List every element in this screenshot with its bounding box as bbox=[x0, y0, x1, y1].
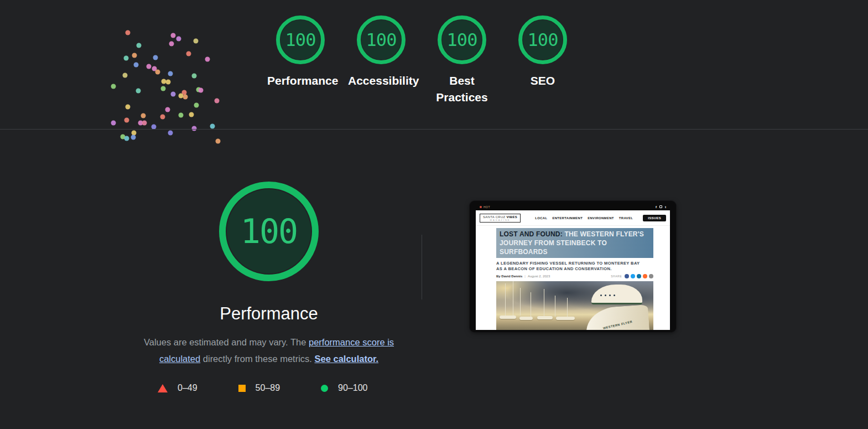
boat-hull bbox=[556, 317, 575, 320]
legend-item-pass: 90–100 bbox=[321, 383, 367, 393]
summary-gauge-performance[interactable]: 100 Performance bbox=[260, 15, 341, 106]
confetti-dot bbox=[123, 73, 128, 78]
share-label: SHARE bbox=[611, 275, 622, 278]
share-icons: SHARE bbox=[611, 274, 653, 278]
mast-line bbox=[567, 298, 568, 317]
social-icons: f t bbox=[656, 205, 666, 209]
confetti-dot bbox=[121, 135, 126, 139]
mast-line bbox=[544, 289, 544, 317]
boat-hull bbox=[519, 317, 533, 320]
linkedin-share-icon bbox=[637, 274, 641, 278]
legend-range: 0–49 bbox=[178, 383, 197, 393]
lighthouse-report-page: 100 Performance 100 Accessibility 100 Be… bbox=[0, 0, 868, 429]
confetti-dot bbox=[196, 87, 201, 92]
western-flyer-boat: WESTERN FLYER bbox=[580, 285, 650, 330]
performance-score-value: 100 bbox=[241, 212, 297, 251]
confetti-dot bbox=[216, 139, 221, 144]
score-ring: 100 bbox=[357, 15, 406, 64]
confetti-dot bbox=[186, 51, 191, 56]
confetti-dot bbox=[124, 56, 129, 61]
logo-text: SANTA CRUZ bbox=[483, 215, 507, 219]
logo-line1: SANTA CRUZ VIBES bbox=[483, 215, 517, 219]
summary-gauge-seo[interactable]: 100 SEO bbox=[502, 15, 583, 106]
confetti-dot bbox=[205, 57, 210, 62]
performance-gauge-large: 100 bbox=[219, 182, 319, 281]
fail-triangle-icon bbox=[158, 384, 168, 392]
score-value: 100 bbox=[366, 29, 397, 50]
boat-hull bbox=[500, 316, 516, 319]
confetti-dot bbox=[138, 121, 143, 126]
category-label: SEO bbox=[531, 73, 555, 89]
site-nav: LOCAL ENTERTAINMENT ENVIRONMENT TRAVEL I… bbox=[535, 215, 666, 221]
confetti-dot bbox=[199, 88, 204, 93]
boat-name-text: WESTERN FLYER bbox=[602, 319, 632, 329]
score-legend: 0–49 50–89 90–100 bbox=[158, 383, 367, 393]
confetti-dot bbox=[168, 71, 173, 76]
confetti-dot bbox=[111, 84, 116, 89]
nav-item-entertainment: ENTERTAINMENT bbox=[552, 216, 583, 220]
confetti-dot bbox=[179, 113, 184, 118]
twitter-icon: t bbox=[665, 205, 666, 209]
legend-range: 50–89 bbox=[256, 383, 280, 393]
hot-dot-icon bbox=[480, 206, 482, 208]
confetti-dot bbox=[194, 103, 199, 108]
screenshot-screen: HOT f t SANTA CRUZ VIBES MAGAZINE LOCAL … bbox=[476, 203, 670, 330]
confetti-dot bbox=[124, 118, 129, 123]
confetti-dot bbox=[192, 74, 197, 79]
mast-line bbox=[505, 283, 506, 316]
confetti-dot bbox=[166, 80, 171, 85]
vertical-divider bbox=[422, 235, 422, 299]
nav-item-travel: TRAVEL bbox=[619, 216, 633, 220]
boat-windows bbox=[600, 294, 615, 296]
see-calculator-link[interactable]: See calculator. bbox=[315, 354, 379, 364]
legend-range: 90–100 bbox=[338, 383, 367, 393]
byline-separator: | bbox=[524, 275, 526, 278]
confetti-dot bbox=[132, 53, 137, 58]
confetti-dot bbox=[182, 90, 187, 95]
hot-label: HOT bbox=[484, 205, 490, 209]
confetti-dot bbox=[152, 66, 157, 71]
confetti-dot bbox=[210, 124, 215, 129]
legend-item-fail: 0–49 bbox=[158, 383, 197, 393]
summary-gauge-accessibility[interactable]: 100 Accessibility bbox=[341, 15, 422, 106]
screenshot-site-header: SANTA CRUZ VIBES MAGAZINE LOCAL ENTERTAI… bbox=[476, 210, 670, 226]
confetti-dot bbox=[215, 99, 220, 104]
legend-item-average: 50–89 bbox=[238, 383, 280, 393]
issues-button: ISSUES bbox=[643, 215, 666, 221]
confetti-dot bbox=[165, 107, 170, 112]
mast-line bbox=[513, 281, 513, 317]
confetti-dot bbox=[169, 42, 174, 46]
article-headline: LOST AND FOUND: THE WESTERN FLYER'S JOUR… bbox=[496, 228, 653, 258]
average-square-icon bbox=[238, 385, 246, 392]
score-ring: 100 bbox=[438, 15, 486, 64]
score-value: 100 bbox=[285, 29, 316, 50]
confetti-dot bbox=[162, 79, 167, 84]
category-label: Best Practices bbox=[429, 73, 495, 106]
article-byline: By David Dennis | August 2, 2023 SHARE bbox=[496, 274, 653, 278]
confetti-dot bbox=[142, 121, 147, 126]
mast-line bbox=[531, 292, 531, 317]
confetti-dot bbox=[171, 33, 176, 38]
confetti-dot bbox=[111, 121, 116, 126]
logo-line2: MAGAZINE bbox=[483, 219, 517, 221]
confetti-dot bbox=[153, 55, 158, 60]
reddit-share-icon bbox=[643, 274, 647, 278]
confetti-dot bbox=[176, 37, 181, 42]
confetti-dot bbox=[168, 131, 173, 136]
score-value: 100 bbox=[447, 29, 477, 50]
screenshot-utility-bar: HOT f t bbox=[476, 203, 670, 210]
confetti-dot bbox=[132, 131, 137, 136]
summary-gauge-best-practices[interactable]: 100 Best Practices bbox=[422, 15, 502, 106]
twitter-share-icon bbox=[631, 274, 635, 278]
facebook-share-icon bbox=[625, 274, 629, 278]
confetti-dot bbox=[134, 63, 139, 68]
hot-badge: HOT bbox=[480, 205, 490, 209]
confetti-dot bbox=[136, 89, 141, 94]
score-ring: 100 bbox=[276, 15, 325, 64]
performance-section-title: Performance bbox=[131, 304, 407, 324]
instagram-icon bbox=[659, 205, 662, 208]
summary-scores-row: 100 Performance 100 Accessibility 100 Be… bbox=[260, 15, 583, 106]
nav-item-local: LOCAL bbox=[535, 216, 547, 220]
boat-bow: WESTERN FLYER bbox=[585, 304, 650, 330]
section-divider bbox=[0, 129, 868, 130]
